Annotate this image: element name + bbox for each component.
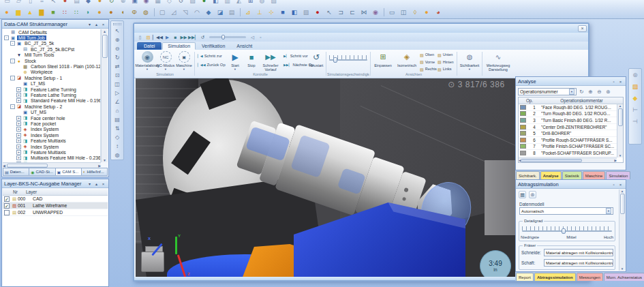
- scroll-right-icon[interactable]: ▶: [98, 164, 101, 168]
- tree-item-label[interactable]: Workpiece: [29, 70, 54, 74]
- panel-collapse-icon[interactable]: ▴: [93, 21, 99, 27]
- tree-item-label[interactable]: BC_JT_25_5k.BCPst: [29, 47, 76, 52]
- zoom-in-icon[interactable]: ⊕: [587, 88, 594, 95]
- tree-item[interactable]: ⊛ Workpiece: [3, 70, 100, 75]
- scroll-thumb[interactable]: [521, 159, 582, 162]
- scroll-thumb[interactable]: [7, 164, 48, 168]
- start-button[interactable]: ▶ Start▾: [228, 51, 243, 72]
- pan-view-icon[interactable]: ⇄: [112, 62, 123, 71]
- tree-expander[interactable]: -: [10, 76, 15, 80]
- toolbar-icon[interactable]: ◭: [233, 0, 245, 5]
- tree-expander[interactable]: +: [16, 138, 21, 143]
- operation-row[interactable]: 6 "Profile Rough-SCHAFTFRÄSER S...: [519, 137, 623, 144]
- about-icon[interactable]: ◕: [433, 7, 444, 17]
- tree-vscrollbar[interactable]: ▲ ▼: [101, 29, 108, 162]
- schneide-dropdown[interactable]: Material abtragen mit Kollisionskontroll…: [544, 249, 613, 256]
- cube-solid-icon[interactable]: ■: [48, 7, 59, 17]
- fit-view-icon[interactable]: ⊡: [112, 71, 123, 80]
- tree-item[interactable]: ▤ BC_JT_25_5k.BCPst: [3, 46, 100, 52]
- layers-tool-icon[interactable]: ▤: [112, 115, 123, 124]
- op-back-button[interactable]: ▏◀◀Zurück Op: [196, 61, 226, 69]
- gem-icon[interactable]: ◊: [410, 7, 421, 17]
- tree-item-label[interactable]: Standard Feature Mill Hole - 0.1969: [29, 98, 101, 103]
- toolbar-icon[interactable]: ▤: [71, 0, 82, 5]
- tree-item-label[interactable]: Mill Turn Tools: [23, 52, 55, 57]
- toolbar-icon[interactable]: ▧: [268, 0, 279, 5]
- tree-item[interactable]: - ● Stock: [3, 58, 100, 63]
- toolbar-icon[interactable]: ●: [94, 0, 106, 5]
- analysis-tab[interactable]: Statistik: [562, 171, 582, 179]
- fit-view-button[interactable]: ⊞ Einpassen: [372, 51, 394, 72]
- panel-pin-icon[interactable]: ▫: [611, 181, 617, 187]
- tree-item[interactable]: - ▣ Mill Turn Job: [3, 35, 100, 40]
- block-solid-icon[interactable]: ▇: [36, 7, 48, 17]
- slider-thumb[interactable]: [562, 228, 566, 234]
- tree-item[interactable]: - ▣ BC_JT_25_5k: [3, 41, 100, 46]
- panel-menu-icon[interactable]: ▾: [87, 21, 93, 27]
- sphere-solid-icon[interactable]: ●: [1, 7, 13, 17]
- tree-item[interactable]: + ◈ Index System: [3, 144, 100, 149]
- toolbar-icon[interactable]: ↖: [48, 0, 59, 5]
- tree-item-label[interactable]: Machine Setup - 1: [23, 76, 63, 80]
- toolbar-grip[interactable]: [113, 23, 121, 25]
- dimension-icon[interactable]: ⊿: [243, 7, 254, 17]
- stock-settings-icon[interactable]: ⊛: [529, 191, 536, 198]
- tree-item-label[interactable]: Index System: [29, 133, 60, 138]
- constraint-icon[interactable]: ⊥: [254, 7, 266, 17]
- tree-item[interactable]: + ◈ Index System: [3, 127, 100, 132]
- operation-row[interactable]: 4 "Center Drill-ZENTRIERBOHRER": [519, 124, 623, 131]
- layer-row[interactable]: ✓ ▨ 001 Lathe Wireframe: [3, 202, 108, 209]
- select-icon[interactable]: ↖: [324, 7, 335, 17]
- scroll-thumb[interactable]: [618, 108, 623, 126]
- toolbar-icon[interactable]: ▯: [25, 0, 36, 5]
- tree-item[interactable]: + ◨ Multiaxis Feature Mill Hole - 0.2362: [3, 155, 100, 161]
- tree-item[interactable]: - ◪ Machine Setup - 2: [3, 104, 100, 109]
- toolbar-icon[interactable]: ▭: [1, 0, 13, 5]
- tree-item-label[interactable]: Index System: [29, 127, 60, 132]
- toolbar-icon[interactable]: ▦: [152, 0, 164, 5]
- operation-row[interactable]: 8 "Pocket-SCHAFTFRÄSER SCHRUP...: [519, 150, 623, 157]
- tree-item[interactable]: ▣ UT_MS: [3, 109, 100, 115]
- step-forward-button[interactable]: ▶▏Schritt vor: [282, 52, 311, 60]
- toolbar-icon[interactable]: ▥: [221, 0, 233, 5]
- tree-item-label[interactable]: Mill Turn Job: [17, 35, 46, 40]
- toolbar-icon[interactable]: ◆: [82, 0, 94, 5]
- swap-tool-icon[interactable]: ⇅: [112, 124, 123, 133]
- go-end-icon[interactable]: ▶▶▏: [188, 33, 198, 41]
- panel-menu-icon[interactable]: ▾: [87, 181, 93, 187]
- tree-item-label[interactable]: LT_MS: [29, 81, 46, 86]
- operation-row[interactable]: 7 "Profile Finish-SCHAFTFRÄSER SC...: [519, 144, 623, 151]
- toolbar-icon[interactable]: ◍: [256, 0, 268, 5]
- snap-icon[interactable]: ⊹: [266, 7, 277, 17]
- tree-item-label[interactable]: Feature Multiaxis: [29, 150, 67, 155]
- revolve-icon[interactable]: Φ: [129, 7, 140, 17]
- volume-icon[interactable]: ◁: [249, 33, 256, 41]
- scroll-left-icon[interactable]: ◀: [3, 164, 5, 168]
- tree-expander[interactable]: +: [16, 145, 21, 149]
- ribbon-tab[interactable]: Verifikation: [196, 42, 230, 50]
- half-solid-icon[interactable]: ◖: [117, 7, 129, 17]
- profile-in-icon[interactable]: ⊐: [335, 7, 347, 17]
- fast-forward-button[interactable]: ▶▶ Schneller Vorlauf: [260, 51, 281, 72]
- tree-item[interactable]: + ◨ Feature Lathe Turning: [3, 92, 100, 97]
- stop-button[interactable]: ■ Stop: [244, 51, 259, 72]
- zoom-in-tool-icon[interactable]: ⊕: [112, 35, 123, 44]
- view-button[interactable]: ▧ Rechts: [420, 65, 437, 73]
- sketch-icon[interactable]: ▢: [157, 7, 168, 17]
- zoom-out-icon[interactable]: ⊖: [596, 88, 603, 95]
- next-op-button[interactable]: ▶▶▏Nächste Op: [282, 61, 311, 69]
- operation-row[interactable]: 3 "Turn Basic Finish-80 DEG. 1/32 R...: [519, 117, 623, 124]
- tree-expander[interactable]: +: [16, 155, 21, 160]
- view-button[interactable]: ▧ Oben: [420, 51, 437, 59]
- layer-visible-checkbox[interactable]: ✓: [4, 210, 10, 215]
- handle-right-icon[interactable]: ⊣: [630, 117, 641, 126]
- points-green-icon[interactable]: ∷: [71, 7, 82, 17]
- stop-icon[interactable]: ■: [172, 33, 179, 41]
- manager-tab[interactable]: ▤ Daten...: [3, 168, 29, 176]
- ribbon-tab[interactable]: Simulation: [162, 42, 196, 50]
- dropdown-caret-icon[interactable]: ▾: [606, 208, 611, 214]
- window-tile-icon[interactable]: ▭: [386, 7, 398, 17]
- toolbar-icon[interactable]: ↻: [106, 0, 117, 5]
- view-button[interactable]: ▧ Links: [438, 65, 455, 73]
- cylinder-solid-icon[interactable]: ▆: [13, 7, 25, 17]
